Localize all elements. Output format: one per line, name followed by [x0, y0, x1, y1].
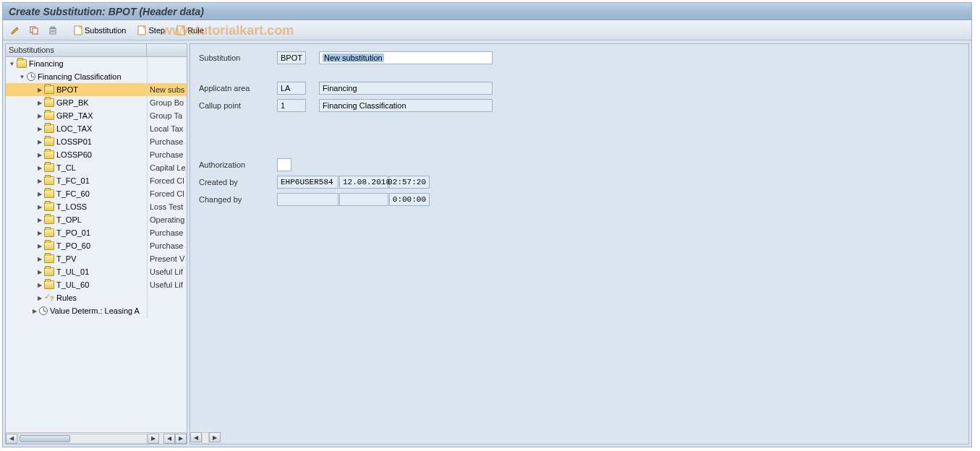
- tree-row[interactable]: ▶T_UL_60Useful Lif: [6, 278, 187, 291]
- expand-icon[interactable]: ▶: [36, 165, 43, 171]
- tree-item-desc: Useful Lif: [147, 265, 187, 278]
- scroll-right-icon-2[interactable]: ▶: [175, 434, 187, 444]
- expand-icon[interactable]: ▶: [36, 269, 43, 275]
- field-created-user: EHP6USER584: [277, 176, 338, 189]
- tree-item-desc: New subs: [147, 83, 187, 96]
- tree-row[interactable]: ▶T_FC_01Forced Cl: [6, 174, 187, 187]
- expand-icon[interactable]: ▶: [36, 178, 43, 184]
- field-created-date: 12.08.2018: [339, 176, 388, 189]
- tree-row[interactable]: ▶T_FC_60Forced Cl: [6, 187, 187, 200]
- expand-icon[interactable]: ▶: [36, 243, 43, 249]
- expand-icon[interactable]: ▶: [36, 282, 43, 288]
- field-app-area-name: Financing: [319, 82, 493, 95]
- tree-item-desc: Local Tax: [147, 122, 187, 135]
- tree-row[interactable]: ▶T_PO_60Purchase: [6, 239, 187, 252]
- edit-icon-button[interactable]: [7, 23, 23, 38]
- tree-h-scrollbar[interactable]: ◀ ▶ ◀ ▶: [6, 432, 187, 444]
- tree-body[interactable]: ▼ Financing ▼ Financing Classification ▶…: [6, 57, 187, 432]
- scroll-left-icon[interactable]: ◀: [6, 434, 17, 444]
- folder-icon: [44, 202, 54, 211]
- expand-icon[interactable]: ▶: [36, 191, 43, 197]
- expand-icon[interactable]: ▶: [36, 113, 43, 119]
- rule-button-label: Rule: [187, 26, 204, 35]
- tree-row[interactable]: ▶LOC_TAXLocal Tax: [6, 122, 187, 135]
- folder-open-icon: [17, 59, 27, 68]
- expand-icon[interactable]: ▶: [36, 295, 43, 301]
- expand-icon[interactable]: ▶: [36, 217, 43, 223]
- expand-icon[interactable]: ▶: [36, 139, 43, 145]
- svg-rect-7: [51, 27, 54, 28]
- collapse-icon[interactable]: ▼: [9, 61, 15, 67]
- copy-icon-button[interactable]: [26, 23, 42, 38]
- main-window: Create Substitution: BPOT (Header data): [2, 2, 972, 447]
- tree-row[interactable]: ▶LOSSP60Purchase: [6, 148, 187, 161]
- row-created: Created by EHP6USER584 12.08.2018 02:57:…: [199, 174, 960, 190]
- field-substitution-name[interactable]: New substitution: [319, 51, 493, 64]
- title-bar: Create Substitution: BPOT (Header data): [3, 3, 971, 20]
- expand-icon[interactable]: ▶: [36, 152, 43, 158]
- trash-icon: [48, 25, 58, 35]
- row-changed: Changed by 0:00:00: [199, 192, 960, 207]
- tree-row[interactable]: ▶T_UL_01Useful Lif: [6, 265, 187, 278]
- substitution-button[interactable]: Substitution: [69, 23, 130, 38]
- label-auth: Authorization: [199, 160, 277, 169]
- tree-item-desc: Purchase: [147, 148, 187, 161]
- scroll-left-icon-2[interactable]: ◀: [163, 434, 175, 444]
- page-title: Create Substitution: BPOT (Header data): [9, 6, 204, 17]
- field-app-area-code: LA: [277, 82, 306, 95]
- tree-item-desc: Operating: [147, 213, 187, 226]
- clock-icon: [27, 72, 35, 81]
- tree-row[interactable]: ▶T_PO_01Purchase: [6, 226, 187, 239]
- expand-icon[interactable]: ▶: [36, 256, 43, 262]
- tree-item-code: LOC_TAX: [56, 124, 92, 133]
- scroll-right-icon[interactable]: ▶: [148, 434, 159, 444]
- expand-icon[interactable]: ▶: [36, 230, 43, 236]
- expand-icon[interactable]: ▶: [36, 100, 43, 106]
- label-app-area: Applicatn area: [199, 84, 277, 93]
- label-changed: Changed by: [199, 195, 277, 204]
- step-button[interactable]: Step: [133, 23, 169, 38]
- tree-row[interactable]: ▶T_PVPresent V: [6, 252, 187, 265]
- tree-item-code: T_UL_60: [56, 280, 89, 289]
- folder-icon: [44, 85, 54, 94]
- folder-icon: [44, 267, 54, 276]
- rule-button[interactable]: Rule: [172, 23, 208, 38]
- expand-icon[interactable]: ▶: [31, 308, 38, 314]
- form-h-scroll[interactable]: ◀ ▶: [190, 432, 225, 444]
- tree-row-value-determ[interactable]: ▶ Value Determ.: Leasing A: [6, 304, 187, 317]
- field-created-time: 02:57:20: [389, 176, 430, 189]
- scroll-left-icon[interactable]: ◀: [190, 432, 202, 442]
- tree-row[interactable]: ▶LOSSP01Purchase: [6, 135, 187, 148]
- expand-icon[interactable]: ▶: [36, 126, 43, 132]
- tree-row[interactable]: ▶GRP_TAXGroup Ta: [6, 109, 187, 122]
- delete-icon-button[interactable]: [45, 23, 61, 38]
- tree-item-code: T_PV: [56, 254, 77, 263]
- expand-icon[interactable]: ▶: [36, 87, 43, 93]
- label-substitution: Substitution: [199, 53, 277, 62]
- tree-row-financing[interactable]: ▼ Financing: [6, 57, 187, 70]
- collapse-icon[interactable]: ▼: [19, 74, 25, 80]
- tree-label: Rules: [56, 293, 77, 302]
- new-doc-icon: [137, 25, 146, 35]
- folder-icon: [44, 228, 54, 237]
- tree-row[interactable]: ▶GRP_BKGroup Bo: [6, 96, 187, 109]
- new-doc-icon: [176, 25, 185, 35]
- tree-row-classification[interactable]: ▼ Financing Classification: [6, 70, 187, 83]
- svg-rect-1: [33, 28, 38, 34]
- rules-icon: [44, 293, 54, 302]
- field-auth[interactable]: [277, 158, 291, 171]
- scroll-right-icon[interactable]: ▶: [209, 432, 221, 442]
- tree-row[interactable]: ▶T_LOSSLoss Test: [6, 200, 187, 213]
- tree-row[interactable]: ▶T_OPLOperating: [6, 213, 187, 226]
- form-panel: Substitution BPOT New substitution Appli…: [189, 43, 969, 444]
- field-changed-user: [277, 193, 338, 206]
- folder-icon: [44, 163, 54, 172]
- row-auth: Authorization: [199, 157, 960, 173]
- label-callup: Callup point: [199, 101, 277, 110]
- tree-row[interactable]: ▶BPOTNew subs: [6, 83, 187, 96]
- tree-row[interactable]: ▶T_CLCapital Le: [6, 161, 187, 174]
- step-button-label: Step: [148, 26, 165, 35]
- tree-row-rules[interactable]: ▶ Rules: [6, 291, 187, 304]
- expand-icon[interactable]: ▶: [36, 204, 43, 210]
- folder-icon: [44, 280, 54, 289]
